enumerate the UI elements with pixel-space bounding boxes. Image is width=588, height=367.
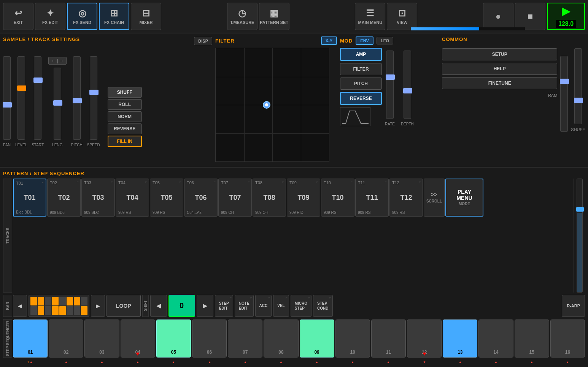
help-button[interactable]: HELP [442,63,557,75]
level-slider-group: LEVEL [15,56,27,147]
step-pad-10[interactable]: 10 [335,320,370,358]
step-pad-01[interactable]: 01 [13,320,48,358]
stop-button[interactable]: ■ [515,3,545,30]
step-pad-05[interactable]: 05 [156,320,191,358]
track-button-t08[interactable]: ⌐ T08 T08 909 OH [253,179,286,217]
reverse-button[interactable]: REVERSE [108,123,142,134]
step-cond-button[interactable]: ⌐ STEP COND [313,295,332,317]
play-menu-button[interactable]: PLAY MENU MODE [445,179,483,217]
leng-slider[interactable] [54,68,61,140]
step-pad-11[interactable]: 11 [371,320,406,358]
step-pad-12[interactable]: 12 [407,320,442,358]
rate-slider[interactable] [386,51,394,119]
fillin-button[interactable]: FILL IN [108,136,142,147]
sample-track-title: SAMPLE / TRACK SETTINGS [3,36,80,42]
loop-button[interactable]: LOOP [106,295,141,317]
step-nav-left[interactable]: ◀ [150,295,167,317]
bar-left-button[interactable]: ◀ [13,295,27,317]
fx-edit-button[interactable]: ✦ FX EDIT [35,3,65,30]
step-pad-08[interactable]: 08 [264,320,298,358]
step-pad-04[interactable]: 04 [121,320,155,358]
leng-label: LENG [52,143,62,147]
xy-button[interactable]: X-Y [321,36,337,45]
track-button-t12[interactable]: ⌐ T12 T12 909 RS [389,179,423,217]
mini-step-2 [38,297,44,305]
env-tab[interactable]: ENV [356,36,373,45]
step-pad-06[interactable]: 06 [192,320,227,358]
step-pad-02[interactable]: 02 [49,320,83,358]
roll-button[interactable]: ROLL [108,99,142,110]
common-slider-track-1[interactable] [560,56,568,132]
step-pad-03[interactable]: 03 [84,320,119,358]
step-ind-2: 🔺 [49,360,83,364]
depth-slider[interactable] [404,51,411,119]
level-slider[interactable] [17,56,25,140]
step-edit-button[interactable]: ⌐ STEP EDIT [215,295,233,317]
disp-button[interactable]: DISP [194,37,212,45]
right-volume-slider[interactable] [574,179,585,293]
mini-step-8 [81,297,87,305]
finetune-button[interactable]: FINETUNE [442,77,557,89]
speed-thumb [89,90,99,95]
track-button-t07[interactable]: ⌐ T07 T07 909 CH [218,179,252,217]
micro-step-button[interactable]: ⌐ MICRO STEP [291,295,311,317]
start-thumb [33,78,43,83]
pitch-mod-button[interactable]: PITCH [340,78,382,90]
step-ind-13: 🔺 [443,360,477,364]
bar-controls: ◀ [13,295,561,317]
step-pad-13[interactable]: 13 [443,320,477,358]
track-button-t05[interactable]: ⌐ T05 T05 909 RS [150,179,183,217]
pan-slider[interactable] [3,56,11,140]
common-slider-track-2[interactable] [574,48,582,124]
norm-button[interactable]: NORM [108,111,142,122]
main-menu-button[interactable]: ☰ MAIN MENU [355,3,385,30]
lfo-tab[interactable]: LFO [377,37,393,44]
track-button-t04[interactable]: ⌐ T04 T04 909 RS [116,179,149,217]
amp-button[interactable]: AMP [340,48,382,61]
r-arp-button[interactable]: R-ARP [562,295,585,317]
view-button[interactable]: ⊡ VIEW [387,3,417,30]
filter-xy-pad[interactable] [215,48,329,162]
step-num-10: 10 [350,350,355,355]
track-button-t11[interactable]: ⌐ T11 T11 909 RS [355,179,389,217]
level-label: LEVEL [15,143,27,147]
pitch-slider[interactable] [73,56,81,140]
setup-button[interactable]: SETUP [442,48,557,60]
record-button[interactable]: ● [483,3,513,30]
speed-slider[interactable] [90,56,97,140]
leng-arrows[interactable]: ← | → [48,57,67,65]
step-pad-16[interactable]: 16 [550,320,585,358]
step-pad-15[interactable]: 15 [515,320,549,358]
reverse-mod-button[interactable]: REVERSE [340,92,382,105]
track-button-t10[interactable]: ⌐ T10 T10 909 RS [321,179,354,217]
pattern-set-button[interactable]: ▦ PATTERN SET [259,3,289,30]
vel-button[interactable]: ⌐ VEL [273,295,289,317]
note-edit-button[interactable]: ⌐ NOTE EDIT [235,295,254,317]
t-measure-button[interactable]: ◷ T.MEASURE [227,3,257,30]
step-edit-label: STEP [219,301,229,305]
track-button-t09[interactable]: ⌐ T09 T09 909 RID [287,179,320,217]
step-ind-1: 1 🔺 [13,360,48,364]
track-button-t06[interactable]: ⌐ T06 T06 C64...A2 [184,179,218,217]
mini-step-4 [52,297,59,305]
mixer-button[interactable]: ⊟ MIXER [131,3,161,30]
step-pad-09[interactable]: 09 [300,320,334,358]
track-button-t02[interactable]: ⌐ T02 T02 909 BD6 [47,179,81,217]
track-button-t01[interactable]: ⌐ T01 T01 Elec BD1 [13,179,46,217]
track-button-t03[interactable]: ⌐ T03 T03 909 SD2 [81,179,115,217]
step-pad-14[interactable]: 14 [478,320,513,358]
exit-button[interactable]: ↩ EXIT [3,3,33,30]
track-scroll-button[interactable]: >> SCROLL [424,179,445,217]
shuff-button[interactable]: SHUFF [108,87,142,98]
step-nav-right[interactable]: ▶ [197,295,213,317]
play-button[interactable]: ▶ 128.0 [547,3,585,30]
filter-mod-button[interactable]: FILTER [340,63,382,75]
vol-track[interactable] [577,179,583,293]
depth-label: DEPTH [401,122,414,126]
bar-right-button[interactable]: ▶ [91,295,105,317]
fx-send-button[interactable]: ◎ FX SEND [67,3,97,30]
fx-chain-button[interactable]: ⊞ FX CHAIN [99,3,129,30]
start-slider[interactable] [34,56,41,140]
acc-button[interactable]: ⌐ ACC [255,295,272,317]
step-pad-07[interactable]: 07 [228,320,262,358]
